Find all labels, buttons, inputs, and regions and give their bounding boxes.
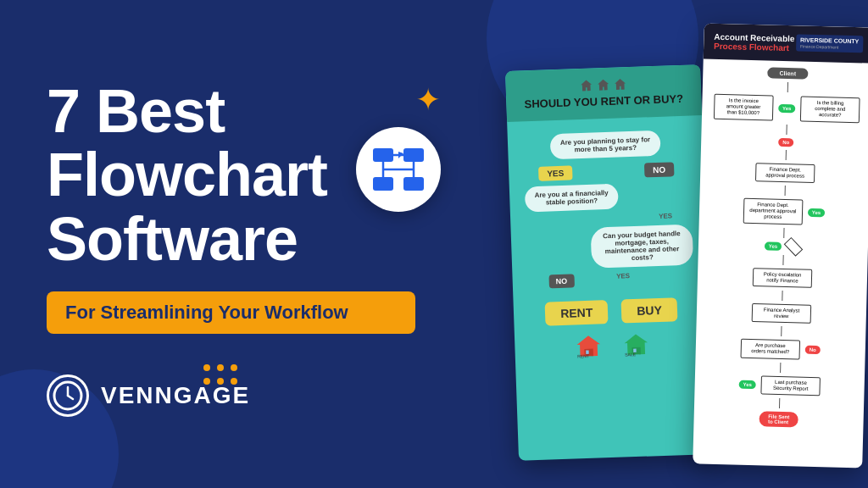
fc2-start-node: Client	[767, 67, 808, 79]
rent-or-buy-flowchart-image: SHOULD YOU RENT OR BUY? Are you planning…	[505, 64, 714, 461]
fc2-box-7: Are purchaseorders matched?	[741, 339, 801, 359]
fc2-no-1: No	[778, 137, 793, 146]
fc1-no-label: NO	[644, 162, 675, 177]
fc1-yes3: YES	[616, 272, 631, 286]
fc2-box-8: Last purchaseSecurity Report	[761, 375, 821, 396]
fc1-question2: Are you at a financially stable position…	[525, 183, 619, 212]
fc2-title-line2: Process Flowchart	[714, 42, 794, 53]
flowchart-icon-circle	[356, 127, 441, 212]
fc2-row-7: Finance Analystreview	[705, 302, 859, 324]
fc2-connector-4	[784, 186, 785, 196]
fc1-buy-outcome: BUY	[621, 297, 677, 323]
fc2-box-4: Finance Dept.department approvalprocess	[743, 198, 803, 225]
fc2-box-3: Finance Dept.approval process	[755, 163, 815, 183]
rent-house-icon: RENT	[573, 332, 604, 358]
fc1-no2: NO	[548, 274, 574, 288]
fc2-row-9: Yes Last purchaseSecurity Report	[703, 374, 856, 396]
flowchart-blocks-icon	[371, 147, 426, 193]
fc2-box-5: Policy escalationnotify Finance	[753, 268, 813, 288]
fc2-logo: RIVERSIDE COUNTY Finance Department	[796, 34, 864, 53]
fc1-title: SHOULD YOU RENT OR BUY?	[516, 92, 691, 112]
svg-rect-4	[403, 148, 424, 162]
fc2-header: Account Receivable Process Flowchart RIV…	[704, 23, 868, 63]
fc2-connector-5	[783, 227, 784, 237]
fc2-connector-2	[786, 125, 787, 135]
fc2-row-3: Finance Dept.approval process	[709, 161, 862, 184]
left-content-area: 7 Best Flowchart Software For Streamlini…	[0, 0, 449, 488]
brand-name: VENNGAGE	[101, 382, 250, 409]
fc1-question1: Are you planning to stay for more than 5…	[550, 130, 661, 159]
fc2-connector-9	[780, 363, 781, 373]
fc2-connector-3	[785, 150, 786, 160]
svg-text:RENT: RENT	[577, 353, 590, 359]
fc2-body: Client Is the invoiceamount greaterthan …	[693, 58, 868, 435]
fc2-yes-3: Yes	[765, 241, 782, 251]
fc1-question3: Can your budget handle mortgage, taxes, …	[591, 224, 694, 268]
brand-area: VENNGAGE	[47, 374, 415, 417]
fc1-body: Are you planning to stay for more than 5…	[507, 115, 710, 369]
subtitle-badge: For Streamlining Your Workflow	[47, 291, 415, 334]
svg-rect-3	[373, 148, 393, 162]
fc2-diamond-1	[784, 236, 803, 256]
fc1-header: SHOULD YOU RENT OR BUY?	[505, 64, 702, 122]
fc1-yes2: YES	[659, 212, 672, 220]
svg-rect-6	[403, 177, 424, 191]
fc2-connector-8	[781, 326, 782, 336]
svg-text:SALE: SALE	[625, 352, 637, 357]
fc2-row-4: Finance Dept.department approvalprocess …	[708, 197, 861, 226]
fc2-connector-10	[778, 398, 779, 408]
fc2-box-1: Is the invoiceamount greaterthan $10,000…	[714, 94, 774, 120]
fc2-row-1: Is the invoiceamount greaterthan $10,000…	[710, 94, 864, 123]
fc2-subtitle: Finance Department	[800, 43, 859, 50]
fc2-box-6: Finance Analystreview	[752, 303, 812, 324]
fc1-yes-label: YES	[538, 165, 573, 180]
fc2-row-10: File Sentto Client	[702, 410, 854, 430]
buy-house-icon: SALE	[620, 330, 652, 357]
fc2-yes-4: Yes	[738, 380, 756, 389]
fc1-rent-outcome: RENT	[545, 300, 609, 326]
account-receivable-flowchart-image: Account Receivable Process Flowchart RIV…	[693, 23, 868, 468]
fc2-no-2: No	[805, 346, 821, 354]
fc2-end-node: File Sentto Client	[760, 411, 798, 427]
fc2-row-2: No	[709, 136, 862, 148]
fc2-connector-1	[787, 82, 787, 92]
fc2-row-5: Yes	[707, 239, 860, 253]
fc2-box-2: Is the billingcomplete andaccurate?	[800, 96, 860, 122]
venngage-clock-icon	[51, 379, 85, 413]
brand-logo	[47, 374, 89, 417]
right-images-area: SHOULD YOU RENT OR BUY? Are you planning…	[512, 17, 868, 474]
svg-rect-5	[373, 177, 393, 191]
fc2-connector-7	[782, 291, 782, 301]
fc2-row-8: Are purchaseorders matched? No	[704, 338, 858, 361]
fc2-yes-1: Yes	[778, 104, 796, 114]
fc2-row-6: Policy escalationnotify Finance	[706, 266, 860, 289]
fc2-yes-2: Yes	[808, 208, 826, 217]
svg-line-2	[68, 396, 73, 399]
fc2-connector-6	[782, 254, 783, 264]
fc1-outcomes: RENT BUY	[545, 297, 678, 325]
